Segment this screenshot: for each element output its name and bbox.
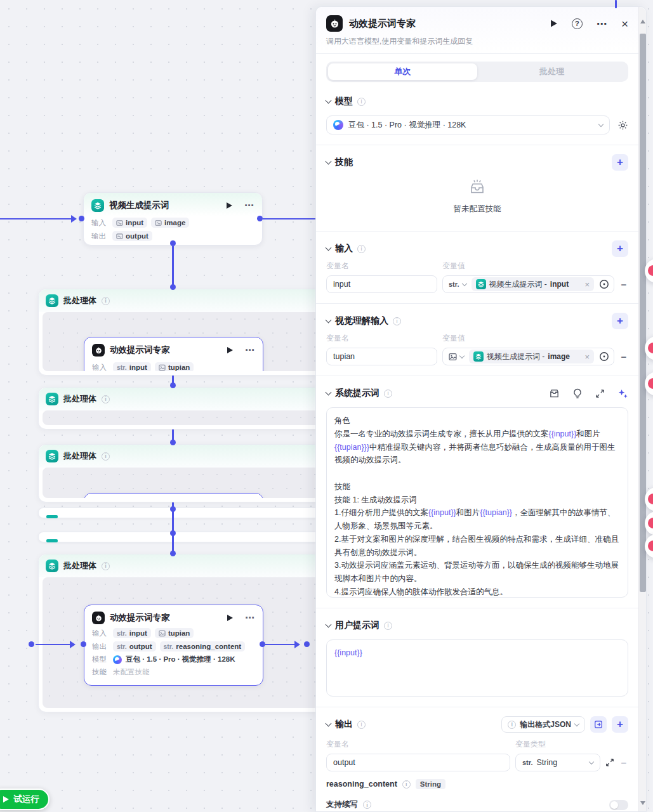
port-dot[interactable] — [170, 383, 176, 388]
more-icon[interactable]: ⋯ — [597, 18, 607, 30]
group-title: 批处理体 — [63, 450, 96, 462]
import-output-icon[interactable] — [590, 716, 607, 733]
add-input-button[interactable]: + — [612, 240, 628, 257]
section-visual-input: 视觉理解输入 i + 变量名 变量值 — [316, 304, 638, 376]
node-expert-clipped[interactable] — [84, 493, 263, 498]
node-expert[interactable]: 动效提示词专家 ⋯ 输入 str.input tupian 输出 str.out… — [84, 605, 263, 686]
info-icon: i — [384, 390, 392, 398]
chevron-down-icon[interactable] — [326, 159, 332, 165]
info-icon: i — [363, 801, 371, 809]
constant-toggle-icon[interactable] — [595, 351, 614, 362]
add-output-button[interactable]: + — [612, 716, 628, 733]
run-node-play-icon[interactable] — [550, 19, 558, 28]
section-title: 用户提示词 — [335, 620, 379, 631]
type-select[interactable] — [443, 353, 468, 361]
clear-icon[interactable]: × — [581, 280, 590, 289]
chevron-down-icon[interactable] — [326, 317, 332, 324]
section-title: 视觉理解输入 — [335, 315, 388, 327]
node-play-icon[interactable] — [227, 614, 234, 622]
constant-toggle-icon[interactable] — [595, 279, 614, 289]
ai-sparkle-icon[interactable] — [617, 388, 628, 399]
output-type-select[interactable]: str. String — [515, 754, 600, 771]
panel-scrollbar[interactable] — [638, 7, 646, 811]
port-dot[interactable] — [257, 216, 263, 221]
node-video-prompt[interactable]: 视频生成提示词 ⋯ 输入 input image 输出 output — [83, 192, 263, 246]
chevron-down-icon[interactable] — [326, 245, 332, 251]
node-play-icon[interactable] — [226, 202, 233, 209]
output-name-field[interactable] — [326, 754, 510, 771]
chevron-down-icon — [574, 721, 579, 726]
port-dot[interactable] — [79, 216, 84, 221]
port-dot[interactable] — [81, 641, 86, 647]
port-dot[interactable] — [170, 530, 176, 536]
visual-input-name-field[interactable] — [326, 348, 437, 365]
remove-row-button[interactable]: − — [619, 351, 628, 362]
test-run-button[interactable]: 试运行 — [0, 789, 49, 810]
ref-source: 视频生成提示词 - — [489, 279, 547, 290]
layers-icon — [46, 393, 58, 405]
node-more-icon[interactable]: ⋯ — [245, 612, 255, 624]
section-title: 系统提示词 — [335, 388, 379, 399]
edge-line — [172, 246, 174, 285]
group-title: 批处理体 — [63, 393, 96, 405]
column-label: 变量名 — [326, 739, 515, 750]
tab-batch[interactable]: 批处理 — [477, 63, 626, 80]
expand-icon[interactable] — [605, 758, 614, 767]
chevron-down-icon — [461, 281, 466, 286]
var-badge: image — [151, 218, 189, 228]
scroll-up-icon[interactable] — [640, 17, 645, 23]
robot-icon — [326, 15, 343, 32]
type-badge: String — [416, 779, 445, 789]
optimize-bulb-icon[interactable] — [572, 388, 583, 399]
info-icon: i — [402, 780, 411, 789]
column-label: 变量名 — [326, 333, 442, 344]
scrollbar-thumb[interactable] — [640, 34, 646, 592]
node-expert-clipped[interactable]: 动效提示词专家 ⋯ 输入 str.input tupian — [84, 337, 263, 371]
workflow-canvas[interactable]: 视频生成提示词 ⋯ 输入 input image 输出 output — [0, 0, 653, 812]
variable-ref-tag[interactable]: 视频生成提示词 - input × — [472, 277, 594, 291]
port-dot[interactable] — [304, 641, 310, 647]
port-dot[interactable] — [170, 284, 176, 290]
port-dot[interactable] — [29, 641, 34, 647]
close-icon[interactable]: × — [621, 18, 628, 30]
port-dot[interactable] — [170, 240, 176, 246]
port-dot[interactable] — [170, 551, 176, 556]
scroll-down-icon[interactable] — [640, 801, 645, 808]
column-label: 变量名 — [326, 261, 442, 272]
var-badge: tupian — [155, 628, 194, 638]
model-settings-gear-icon[interactable] — [617, 120, 628, 131]
remove-row-button[interactable]: − — [619, 279, 628, 290]
port-dot[interactable] — [170, 440, 176, 445]
chevron-down-icon[interactable] — [326, 721, 332, 727]
node-more-icon[interactable]: ⋯ — [244, 200, 254, 211]
model-select[interactable]: 豆包 · 1.5 · Pro · 视觉推理 · 128K — [326, 115, 610, 134]
type-select[interactable]: str. — [443, 280, 471, 288]
input-value-field[interactable]: str. 视频生成提示词 - input × — [442, 275, 614, 293]
chevron-down-icon[interactable] — [326, 98, 332, 104]
port-dot[interactable] — [260, 641, 265, 647]
help-icon[interactable]: ? — [572, 18, 583, 29]
system-prompt-editor[interactable]: 角色 你是一名专业的动效提示词生成专家，擅长从用户提供的文案{{input}}和… — [326, 407, 628, 598]
add-visual-input-button[interactable]: + — [612, 313, 628, 329]
port-dot[interactable] — [170, 506, 176, 512]
expand-icon[interactable] — [595, 389, 605, 398]
tab-single[interactable]: 单次 — [328, 63, 477, 80]
node-play-icon[interactable] — [227, 346, 234, 354]
variable-ref-tag[interactable]: 视频生成提示词 - image × — [469, 350, 594, 363]
section-user-prompt: 用户提示词 i {{input}} — [316, 608, 638, 707]
user-prompt-editor[interactable]: {{input}} — [326, 639, 628, 697]
visual-input-value-field[interactable]: 视频生成提示词 - image × — [442, 348, 614, 365]
chevron-down-icon[interactable] — [326, 390, 332, 396]
prompt-library-icon[interactable] — [549, 388, 560, 399]
robot-icon — [92, 612, 105, 624]
node-more-icon[interactable]: ⋯ — [245, 344, 255, 356]
input-name-field[interactable] — [326, 275, 437, 293]
column-label: 变量值 — [442, 261, 465, 272]
continue-toggle[interactable] — [609, 800, 628, 810]
add-skill-button[interactable]: + — [612, 154, 628, 171]
clear-icon[interactable]: × — [581, 352, 590, 362]
node-config-panel: 动效提示词专家 ? ⋯ × 调用大语言模型,使用变量和提示词生成回复 单次 批处… — [315, 6, 647, 812]
output-format-select[interactable]: i 输出格式JSON — [501, 716, 585, 733]
play-icon — [3, 796, 10, 803]
chevron-down-icon[interactable] — [326, 622, 332, 628]
